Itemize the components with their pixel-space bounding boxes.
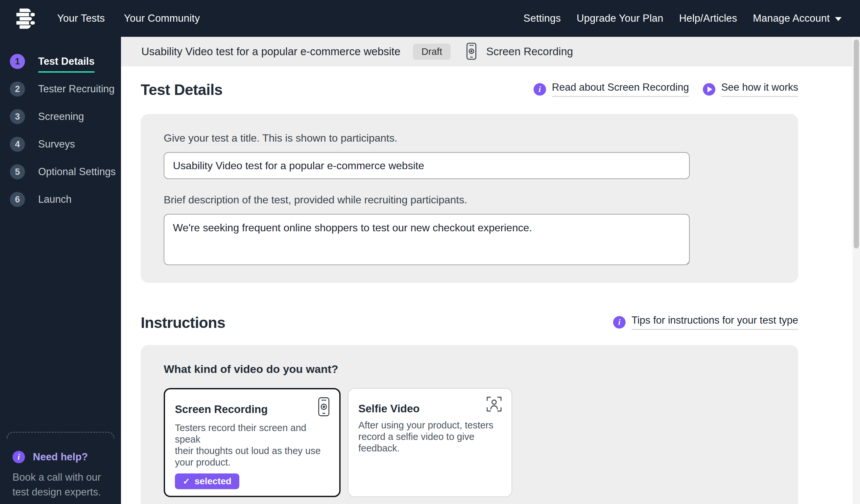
see-how-it-works-link[interactable]: See how it works bbox=[703, 81, 798, 97]
step-label: Tester Recruiting bbox=[38, 83, 115, 95]
play-icon bbox=[703, 83, 715, 95]
navbar-right-links: Settings Upgrade Your Plan Help/Articles… bbox=[524, 13, 842, 24]
userbrain-logo-icon[interactable] bbox=[15, 8, 35, 29]
tips-link[interactable]: i Tips for instructions for your test ty… bbox=[613, 314, 798, 330]
selected-badge: ✓ selected bbox=[175, 473, 239, 489]
sidebar-step-screening[interactable]: 3 Screening bbox=[10, 109, 121, 124]
step-label: Surveys bbox=[38, 138, 75, 150]
sidebar-step-tester-recruiting[interactable]: 2 Tester Recruiting bbox=[10, 81, 121, 97]
need-help-label: Need help? bbox=[33, 451, 88, 463]
option-title: Selfie Video bbox=[358, 402, 419, 415]
step-label: Screening bbox=[38, 111, 84, 122]
test-title-input[interactable] bbox=[164, 152, 690, 179]
screen-recording-phone-icon bbox=[467, 43, 476, 61]
step-number-badge: 5 bbox=[10, 164, 25, 179]
instructions-panel: What kind of video do you want? Screen R… bbox=[141, 345, 798, 504]
step-label: Test Details bbox=[38, 56, 95, 68]
nav-manage-account[interactable]: Manage Account bbox=[753, 13, 842, 24]
step-label: Launch bbox=[38, 193, 72, 205]
see-how-it-works-label: See how it works bbox=[721, 81, 798, 97]
video-type-question: What kind of video do you want? bbox=[164, 363, 775, 375]
step-number-badge: 6 bbox=[10, 192, 25, 207]
navbar-left-links: Your Tests Your Community bbox=[57, 13, 200, 24]
step-number-badge: 2 bbox=[10, 81, 25, 97]
option-selfie-video[interactable]: Selfie Video bbox=[348, 388, 512, 497]
title-field-label: Give your test a title. This is shown to… bbox=[164, 132, 775, 144]
need-help-panel: i Need help? Book a call with our test d… bbox=[6, 432, 114, 500]
test-header-bar: Usability Video test for a popular e-com… bbox=[121, 37, 860, 66]
screen-recording-phone-icon bbox=[318, 397, 329, 418]
nav-your-tests[interactable]: Your Tests bbox=[57, 13, 105, 24]
need-help-description: Book a call with our test design experts… bbox=[13, 470, 114, 500]
selected-badge-label: selected bbox=[195, 476, 231, 487]
test-details-panel: Give your test a title. This is shown to… bbox=[141, 114, 798, 283]
step-label: Optional Settings bbox=[38, 166, 116, 178]
test-type-label: Screen Recording bbox=[486, 45, 573, 58]
instructions-heading: Instructions bbox=[141, 315, 225, 330]
option-title: Screen Recording bbox=[175, 403, 268, 416]
test-title: Usability Video test for a popular e-com… bbox=[141, 45, 400, 58]
test-description-textarea[interactable]: We're seeking frequent online shoppers t… bbox=[164, 214, 690, 265]
option-description: After using your product, testers record… bbox=[358, 419, 502, 454]
check-icon: ✓ bbox=[183, 476, 190, 487]
info-icon: i bbox=[613, 316, 626, 328]
nav-settings[interactable]: Settings bbox=[524, 13, 561, 24]
test-details-heading: Test Details bbox=[141, 82, 223, 98]
step-number-badge: 1 bbox=[10, 54, 25, 69]
read-about-label: Read about Screen Recording bbox=[552, 81, 689, 97]
step-list: 1 Test Details 2 Tester Recruiting 3 Scr… bbox=[0, 37, 121, 207]
tips-label: Tips for instructions for your test type bbox=[632, 314, 798, 330]
top-navbar: Your Tests Your Community Settings Upgra… bbox=[0, 0, 860, 37]
info-icon: i bbox=[13, 451, 25, 463]
main-content: Usability Video test for a popular e-com… bbox=[121, 37, 860, 504]
status-badge: Draft bbox=[413, 44, 451, 60]
selfie-frame-icon bbox=[487, 397, 502, 413]
manage-account-label: Manage Account bbox=[753, 13, 830, 24]
nav-help-articles[interactable]: Help/Articles bbox=[679, 13, 737, 24]
steps-sidebar: 1 Test Details 2 Tester Recruiting 3 Scr… bbox=[0, 37, 121, 504]
step-number-badge: 3 bbox=[10, 109, 25, 124]
step-number-badge: 4 bbox=[10, 137, 25, 152]
scrollbar-thumb[interactable] bbox=[854, 40, 859, 248]
option-description: Testers record their screen and speak th… bbox=[175, 422, 329, 468]
dashed-divider bbox=[6, 432, 114, 439]
sidebar-step-surveys[interactable]: 4 Surveys bbox=[10, 137, 121, 152]
info-icon: i bbox=[533, 83, 546, 95]
sidebar-step-optional-settings[interactable]: 5 Optional Settings bbox=[10, 164, 121, 179]
chevron-down-icon bbox=[835, 17, 842, 21]
app-window: Your Tests Your Community Settings Upgra… bbox=[0, 0, 860, 504]
vertical-scrollbar[interactable] bbox=[852, 37, 860, 504]
nav-upgrade-plan[interactable]: Upgrade Your Plan bbox=[577, 13, 663, 24]
option-screen-recording[interactable]: Screen Recording bbox=[164, 388, 341, 497]
description-field-label: Brief description of the test, provided … bbox=[164, 193, 775, 206]
sidebar-step-launch[interactable]: 6 Launch bbox=[10, 192, 121, 207]
nav-your-community[interactable]: Your Community bbox=[124, 13, 200, 24]
need-help-link[interactable]: i Need help? bbox=[13, 451, 114, 463]
sidebar-step-test-details[interactable]: 1 Test Details bbox=[10, 54, 121, 69]
read-about-link[interactable]: i Read about Screen Recording bbox=[533, 81, 689, 97]
